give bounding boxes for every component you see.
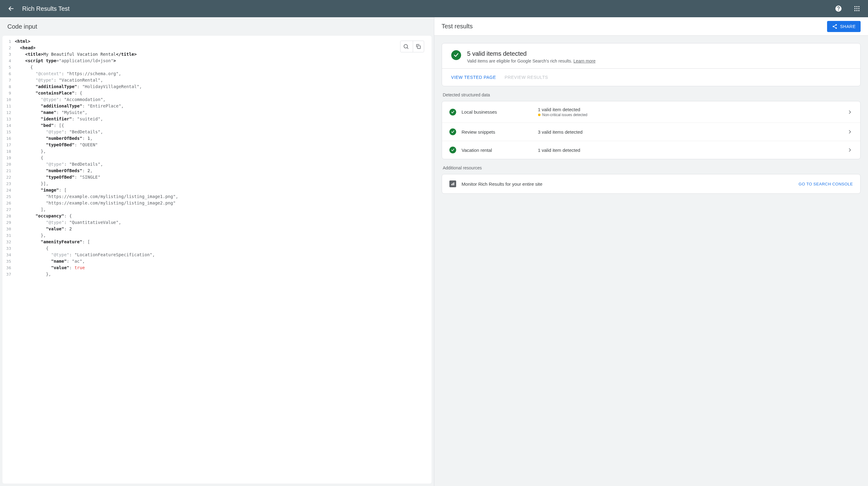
detected-items-list: Local businesses1 valid item detectedNon… bbox=[442, 101, 861, 159]
line-number: 30 bbox=[2, 226, 15, 232]
chevron-right-icon bbox=[847, 109, 853, 115]
svg-point-7 bbox=[856, 10, 858, 11]
code-content: "image": [ bbox=[15, 187, 432, 193]
code-line: 34 "@type": "LocationFeatureSpecificatio… bbox=[2, 252, 432, 258]
svg-point-11 bbox=[836, 24, 837, 26]
code-line: 19 { bbox=[2, 154, 432, 161]
code-editor[interactable]: 1<html>2 <head>3 <title>My Beautiful Vac… bbox=[2, 36, 432, 484]
additional-resource-card: Monitor Rich Results for your entire sit… bbox=[442, 174, 861, 194]
code-line: 1<html> bbox=[2, 38, 432, 45]
apps-grid-icon bbox=[854, 5, 860, 12]
svg-rect-16 bbox=[454, 182, 454, 185]
code-line: 10 "@type": "Accommodation", bbox=[2, 96, 432, 103]
arrow-back-icon bbox=[7, 5, 15, 12]
item-status: 1 valid item detectedNon-critical issues… bbox=[538, 107, 841, 117]
code-line: 20 "@type": "BedDetails", bbox=[2, 161, 432, 168]
code-line: 11 "additionalType": "EntirePlace", bbox=[2, 103, 432, 109]
svg-point-5 bbox=[859, 8, 860, 9]
code-line: 9 "containsPlace": { bbox=[2, 90, 432, 96]
line-number: 35 bbox=[2, 258, 15, 264]
code-line: 14 "bed": [{ bbox=[2, 122, 432, 129]
learn-more-link[interactable]: Learn more bbox=[574, 59, 596, 63]
help-button[interactable] bbox=[832, 2, 845, 15]
code-search-button[interactable] bbox=[400, 41, 411, 52]
app-title: Rich Results Test bbox=[22, 5, 69, 12]
check-icon bbox=[450, 109, 456, 115]
code-line: 26 "https://example.com/mylisting/listin… bbox=[2, 200, 432, 206]
code-content: "@context": "https://schema.org", bbox=[15, 70, 432, 77]
apps-button[interactable] bbox=[851, 2, 863, 15]
code-content: "name": "ac", bbox=[15, 258, 432, 264]
line-number: 33 bbox=[2, 245, 15, 252]
code-content: "identifier": "suiteid", bbox=[15, 116, 432, 122]
line-number: 22 bbox=[2, 174, 15, 180]
line-number: 19 bbox=[2, 154, 15, 161]
code-line: 37 }, bbox=[2, 271, 432, 278]
svg-rect-14 bbox=[451, 184, 452, 185]
code-content: }, bbox=[15, 148, 432, 154]
code-content: "occupancy": { bbox=[15, 213, 432, 219]
code-line: 32 "amenityFeature": [ bbox=[2, 239, 432, 245]
code-content: { bbox=[15, 245, 432, 252]
code-content: "https://example.com/mylisting/listing_i… bbox=[15, 193, 432, 200]
line-number: 23 bbox=[2, 180, 15, 187]
svg-point-4 bbox=[856, 8, 858, 9]
line-number: 36 bbox=[2, 264, 15, 271]
code-line: 15 "@type": "BedDetails", bbox=[2, 129, 432, 135]
code-line: 25 "https://example.com/mylisting/listin… bbox=[2, 193, 432, 200]
go-to-search-console-link[interactable]: GO TO SEARCH CONSOLE bbox=[799, 182, 853, 186]
line-number: 1 bbox=[2, 38, 15, 45]
svg-point-1 bbox=[856, 6, 858, 7]
code-line: 21 "numberOfBeds": 2, bbox=[2, 168, 432, 174]
line-number: 10 bbox=[2, 96, 15, 103]
code-content: { bbox=[15, 64, 432, 70]
line-number: 34 bbox=[2, 252, 15, 258]
code-content: "numberOfBeds": 2, bbox=[15, 168, 432, 174]
code-line: 4 <script type="application/ld+json"> bbox=[2, 58, 432, 64]
line-number: 16 bbox=[2, 135, 15, 142]
code-copy-button[interactable] bbox=[413, 41, 424, 52]
code-content: "additionalType": "HolidayVillageRental"… bbox=[15, 83, 432, 90]
analytics-icon bbox=[450, 180, 456, 187]
code-content: <head> bbox=[15, 45, 432, 51]
item-status: 3 valid items detected bbox=[538, 130, 841, 135]
svg-point-13 bbox=[836, 27, 837, 29]
check-icon bbox=[450, 147, 456, 153]
code-content: "typeOfBed": "SINGLE" bbox=[15, 174, 432, 180]
copy-icon bbox=[415, 44, 422, 50]
code-line: 33 { bbox=[2, 245, 432, 252]
line-number: 24 bbox=[2, 187, 15, 193]
code-line: 23 }], bbox=[2, 180, 432, 187]
code-content: <script type="application/ld+json"> bbox=[15, 58, 432, 64]
code-toolbar bbox=[400, 41, 424, 52]
line-number: 14 bbox=[2, 122, 15, 129]
main-content: Code input 1<html>2 <head>3 <title>My Be… bbox=[0, 17, 868, 486]
item-warning: Non-critical issues detected bbox=[538, 113, 841, 117]
code-line: 5 { bbox=[2, 64, 432, 70]
chevron-right-icon bbox=[847, 147, 853, 153]
share-button[interactable]: SHARE bbox=[827, 21, 861, 32]
help-icon bbox=[835, 5, 842, 12]
back-button[interactable] bbox=[5, 2, 17, 15]
code-content: "bed": [{ bbox=[15, 122, 432, 129]
detected-item-row[interactable]: Local businesses1 valid item detectedNon… bbox=[442, 101, 861, 122]
code-line: 7 "@type": "VacationRental", bbox=[2, 77, 432, 83]
line-number: 7 bbox=[2, 77, 15, 83]
success-check-icon bbox=[451, 50, 461, 60]
code-line: 12 "name": "MySuite", bbox=[2, 109, 432, 116]
code-input-title: Code input bbox=[7, 23, 427, 30]
svg-point-12 bbox=[833, 26, 834, 27]
code-line: 30 "value": 2 bbox=[2, 226, 432, 232]
chevron-right-icon bbox=[847, 129, 853, 135]
line-number: 8 bbox=[2, 83, 15, 90]
detected-item-row[interactable]: Review snippets3 valid items detected bbox=[442, 122, 861, 141]
code-content: "@type": "BedDetails", bbox=[15, 161, 432, 168]
line-number: 6 bbox=[2, 70, 15, 77]
summary-subtitle: Valid items are eligible for Google Sear… bbox=[467, 59, 596, 63]
view-tested-page-button[interactable]: VIEW TESTED PAGE bbox=[451, 73, 496, 82]
code-line: 29 "@type": "QuantitativeValue", bbox=[2, 219, 432, 226]
line-number: 28 bbox=[2, 213, 15, 219]
code-content: { bbox=[15, 154, 432, 161]
detected-item-row[interactable]: Vacation rental1 valid item detected bbox=[442, 141, 861, 159]
code-content: "@type": "Accommodation", bbox=[15, 96, 432, 103]
